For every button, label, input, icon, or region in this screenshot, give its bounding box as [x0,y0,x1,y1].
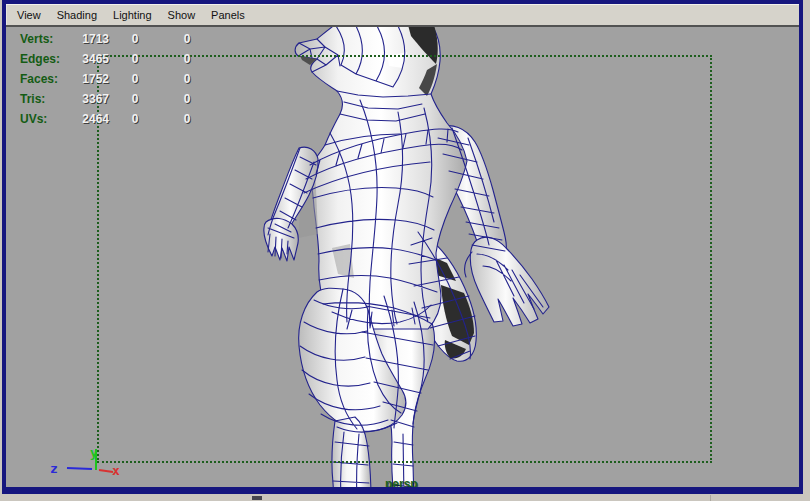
3d-viewport[interactable]: y z x Verts: 1713 0 0 Edges: 3465 0 0 Fa… [6,27,799,487]
hud-tris-col3: 0 [161,92,213,106]
hud-faces-col3: 0 [161,72,213,86]
panel-menubar: View Shading Lighting Show Panels [6,4,799,27]
timeline-tick[interactable] [252,496,262,500]
hud-row-tris: Tris: 3367 0 0 [20,89,213,109]
bottom-strip [0,494,810,501]
hud-tris-label: Tris: [20,92,68,106]
hud-row-edges: Edges: 3465 0 0 [20,49,213,69]
axis-x-line [99,470,113,472]
menu-view[interactable]: View [9,7,49,23]
menu-lighting[interactable]: Lighting [105,7,160,23]
hud-uvs-total: 2464 [68,112,109,126]
hud-verts-col3: 0 [161,32,213,46]
menu-show[interactable]: Show [160,7,204,23]
axis-indicator: y z x [50,445,120,478]
hud-row-uvs: UVs: 2464 0 0 [20,109,213,129]
axis-z-line [67,468,92,469]
maya-viewport-panel: View Shading Lighting Show Panels [2,0,803,494]
hud-edges-col2: 0 [109,52,161,66]
hud-verts-total: 1713 [68,32,109,46]
hud-edges-col3: 0 [161,52,213,66]
strip-seam [710,495,711,501]
back-hand [470,237,549,326]
hud-verts-label: Verts: [20,32,68,46]
hud-edges-total: 3465 [68,52,109,66]
hud-verts-col2: 0 [109,32,161,46]
hud-tris-total: 3367 [68,92,109,106]
hud-tris-col2: 0 [109,92,161,106]
hud-faces-label: Faces: [20,72,68,86]
poly-count-hud: Verts: 1713 0 0 Edges: 3465 0 0 Faces: 1… [20,29,213,129]
hud-uvs-col3: 0 [161,112,213,126]
menu-shading[interactable]: Shading [49,7,105,23]
hud-faces-total: 1752 [68,72,109,86]
hud-row-faces: Faces: 1752 0 0 [20,69,213,89]
hud-row-verts: Verts: 1713 0 0 [20,29,213,49]
axis-z-label: z [50,461,58,476]
hud-faces-col2: 0 [109,72,161,86]
hud-edges-label: Edges: [20,52,68,66]
axis-x-label: x [112,463,120,478]
camera-name-label: persp [385,477,418,487]
hud-uvs-label: UVs: [20,112,68,126]
hud-uvs-col2: 0 [109,112,161,126]
menu-panels[interactable]: Panels [203,7,253,23]
axis-y-label: y [90,445,98,460]
character-model[interactable] [264,27,549,487]
